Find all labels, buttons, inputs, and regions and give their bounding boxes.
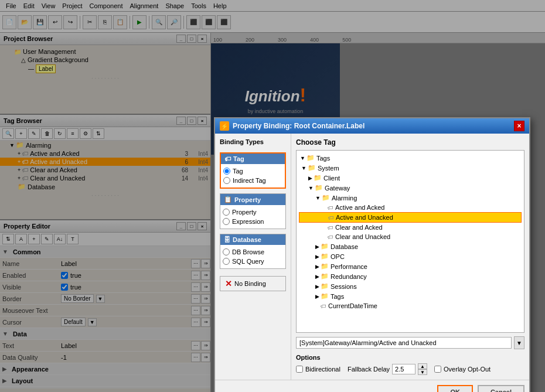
node-label: Client [323, 175, 340, 182]
option-bidirectional[interactable]: Bidirectional [296, 366, 340, 373]
expand-icon: ▶ [315, 294, 319, 299]
dialog-content: Binding Types 🏷 Tag Tag Indirect Tag [215, 134, 529, 380]
binding-option-db-browse[interactable]: DB Browse [223, 247, 283, 257]
indirect-tag-label: Indirect Tag [233, 177, 266, 184]
binding-types-label: Binding Types [220, 138, 286, 145]
expand-icon: ▶ [315, 244, 319, 250]
dialog-close-btn[interactable]: × [514, 121, 524, 131]
tree-node-clear-acked[interactable]: ▶ 🏷 Clear and Acked [299, 223, 522, 232]
expand-icon: ▼ [308, 185, 314, 191]
tree-node-redundancy[interactable]: ▶ 📁 Redundancy [299, 271, 522, 281]
indirect-tag-radio[interactable] [223, 177, 230, 184]
binding-option-tag[interactable]: Tag [223, 166, 282, 176]
folder-icon: 📁 [321, 272, 329, 280]
fallback-spinner: ▲ ▼ [418, 363, 427, 375]
binding-option-sql-query[interactable]: SQL Query [223, 257, 283, 266]
expand-icon: ▶ [315, 274, 319, 279]
expand-icon: ▶ [308, 175, 312, 181]
property-binding-dialog: ⚡ Property Binding: Root Container.Label… [214, 117, 530, 392]
tree-node-tags[interactable]: ▼ 📁 Tags [299, 153, 522, 163]
dialog-title-icon: ⚡ [220, 121, 229, 131]
expand-icon: ▶ [315, 284, 319, 289]
folder-icon: 📁 [321, 282, 329, 290]
node-label: Clear and Acked [335, 224, 383, 231]
node-label: CurrentDateTime [328, 302, 377, 309]
tree-node-database[interactable]: ▶ 📁 Database [299, 241, 522, 251]
db-browse-radio[interactable] [223, 248, 230, 255]
expand-icon: ▶ [315, 264, 319, 270]
node-label: Gateway [325, 185, 350, 192]
node-label: Alarming [332, 195, 357, 202]
dialog-right-panel: Choose Tag ▼ 📁 Tags ▼ 📁 System [291, 134, 529, 380]
dialog-title-text: Property Binding: Root Container.Label [233, 122, 514, 130]
property-radio[interactable] [223, 209, 230, 216]
sql-query-radio[interactable] [223, 258, 230, 265]
bidirectional-checkbox[interactable] [296, 366, 303, 373]
options-controls: Bidirectional Fallback Delay ▲ ▼ [296, 363, 524, 375]
tree-node-client[interactable]: ▶ 📁 Client [299, 173, 522, 183]
no-binding-btn[interactable]: ✕ No Binding [220, 276, 286, 291]
expand-icon: ▶ [315, 303, 319, 309]
binding-option-property[interactable]: Property [223, 207, 283, 217]
expand-icon: ▶ [315, 254, 319, 260]
option-overlay[interactable]: Overlay Opt-Out [434, 366, 491, 373]
node-label: OPC [331, 253, 345, 260]
choose-tag-title: Choose Tag [296, 138, 524, 146]
tree-node-clear-unacked[interactable]: ▶ 🏷 Clear and Unacked [299, 232, 522, 241]
tag-path-input[interactable] [296, 337, 512, 349]
binding-option-expression[interactable]: Expression [223, 217, 283, 226]
expression-radio[interactable] [223, 218, 230, 225]
overlay-checkbox[interactable] [434, 366, 441, 373]
tree-node-tags-sub[interactable]: ▶ 📁 Tags [299, 291, 522, 301]
tag-radio[interactable] [223, 168, 230, 175]
binding-tag-section: 🏷 Tag Tag Indirect Tag [220, 152, 286, 189]
folder-icon: 📁 [314, 174, 322, 182]
options-title: Options [296, 354, 524, 361]
node-label: Database [331, 243, 358, 250]
prop-binding-header: 📋 Property [220, 194, 285, 205]
expand-icon: ▼ [315, 195, 321, 201]
bidirectional-label: Bidirectional [305, 366, 340, 373]
tag-icon: 🏷 [321, 303, 326, 309]
tag-path-dropdown[interactable]: ▼ [514, 336, 524, 349]
sql-query-label: SQL Query [232, 258, 264, 265]
folder-icon: 📁 [322, 194, 330, 202]
tag-icon: 🏷 [328, 234, 333, 240]
tree-node-alarming[interactable]: ▼ 📁 Alarming [299, 193, 522, 203]
fallback-label: Fallback Delay [348, 366, 390, 373]
expand-icon: ▶ [323, 214, 327, 220]
tree-node-system[interactable]: ▼ 📁 System [299, 163, 522, 173]
tag-section-icon: 🏷 [224, 155, 231, 162]
binding-property-section: 📋 Property Property Expression [220, 193, 286, 229]
expand-icon: ▶ [322, 204, 326, 210]
spinner-down[interactable]: ▼ [418, 369, 427, 375]
db-icon: 🗄 [224, 236, 230, 243]
tag-icon: 🏷 [328, 204, 333, 211]
tree-node-opc[interactable]: ▶ 📁 OPC [299, 251, 522, 261]
overlay-label: Overlay Opt-Out [444, 366, 491, 373]
tree-node-active-unacked[interactable]: ▶ 🏷 Active and Unacked [299, 212, 522, 223]
tag-tree-container[interactable]: ▼ 📁 Tags ▼ 📁 System ▶ 📁 Client [296, 150, 524, 333]
folder-icon: 📁 [315, 184, 323, 192]
fallback-input[interactable] [392, 364, 415, 374]
dialog-titlebar: ⚡ Property Binding: Root Container.Label… [215, 118, 529, 134]
dialog-left-panel: Binding Types 🏷 Tag Tag Indirect Tag [215, 134, 291, 380]
property-option-label: Property [232, 209, 257, 216]
tree-node-sessions[interactable]: ▶ 📁 Sessions [299, 281, 522, 291]
spinner-up[interactable]: ▲ [418, 363, 427, 369]
tree-node-performance[interactable]: ▶ 📁 Performance [299, 261, 522, 271]
no-binding-icon: ✕ [225, 279, 232, 288]
folder-icon: 📁 [321, 263, 329, 270]
tag-icon: 🏷 [328, 224, 333, 231]
folder-icon: 📁 [306, 154, 315, 162]
folder-icon: 📁 [321, 243, 329, 250]
tree-node-datetime[interactable]: ▶ 🏷 CurrentDateTime [299, 301, 522, 311]
prop-icon: 📋 [224, 196, 232, 203]
tag-section-header: 🏷 Tag [221, 154, 285, 164]
binding-option-indirect[interactable]: Indirect Tag [223, 176, 282, 185]
tree-node-active-acked[interactable]: ▶ 🏷 Active and Acked [299, 203, 522, 212]
tag-section-label: Tag [233, 155, 244, 162]
ok-button[interactable]: OK [437, 385, 473, 392]
tree-node-gateway[interactable]: ▼ 📁 Gateway [299, 183, 522, 193]
cancel-button[interactable]: Cancel [478, 385, 524, 392]
